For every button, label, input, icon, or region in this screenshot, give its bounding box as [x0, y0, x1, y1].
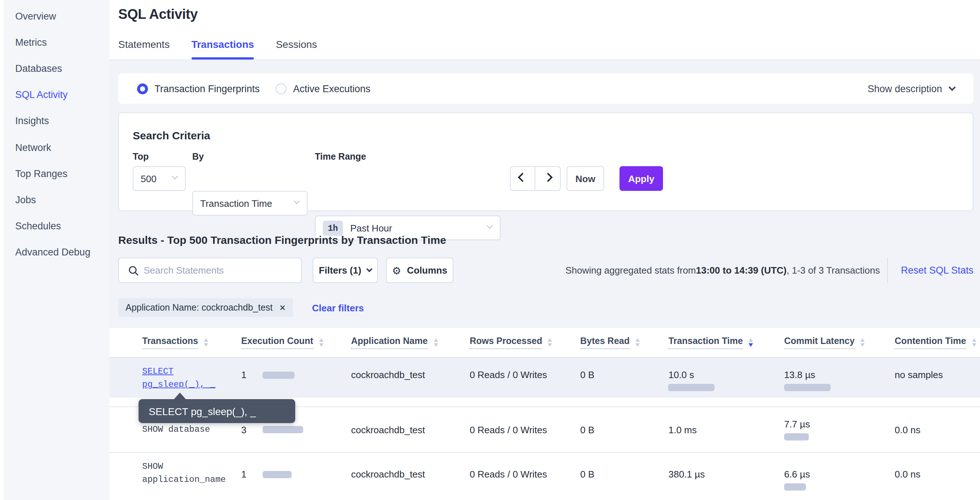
table-header-row: Transactions Execution Count Application…	[110, 328, 980, 358]
radio-label: Active Executions	[293, 83, 370, 94]
sidebar-item-network[interactable]: Network	[4, 134, 110, 160]
column-header-execution-count[interactable]: Execution Count	[241, 328, 351, 357]
rows-processed-cell: 0 Reads / 0 Writes	[470, 424, 580, 435]
toolbar-divider	[887, 258, 888, 283]
sidebar-item-insights[interactable]: Insights	[4, 108, 110, 134]
transaction-fingerprint-link[interactable]: SELECT pg_sleep(_), _	[142, 358, 241, 398]
apply-button[interactable]: Apply	[619, 166, 663, 191]
page-title: SQL Activity	[118, 6, 980, 22]
close-icon[interactable]: ✕	[279, 303, 286, 312]
column-header-transaction-time[interactable]: Transaction Time	[668, 328, 784, 357]
contention-time-cell: 0.0 ns	[895, 453, 980, 500]
time-range-next-button[interactable]	[535, 167, 560, 190]
rows-processed-cell: 0 Reads / 0 Writes	[470, 453, 580, 500]
sidebar-item-jobs[interactable]: Jobs	[4, 187, 110, 213]
filters-button[interactable]: Filters (1)	[313, 258, 378, 283]
transaction-fingerprint[interactable]: SHOW application_name	[142, 453, 241, 500]
commit-latency-bar	[784, 384, 830, 391]
filter-chip-label: Application Name: cockroachdb_test	[126, 303, 273, 313]
commit-latency-cell: 7.7 µs	[784, 419, 895, 441]
column-label: Execution Count	[241, 336, 313, 349]
column-header-bytes-read[interactable]: Bytes Read	[580, 328, 668, 357]
column-label: Bytes Read	[580, 336, 630, 349]
execution-count-bar	[262, 471, 292, 478]
reset-sql-stats-link[interactable]: Reset SQL Stats	[901, 258, 974, 283]
column-header-rows-processed[interactable]: Rows Processed	[470, 328, 580, 357]
execution-count-cell: 1	[241, 358, 351, 398]
sort-desc-icon	[749, 338, 753, 347]
column-header-commit-latency[interactable]: Commit Latency	[784, 328, 895, 357]
top-select[interactable]: 500	[133, 166, 186, 191]
gear-icon: ⚙	[392, 264, 401, 276]
bytes-read-cell: 0 B	[580, 358, 668, 398]
execution-count-bar	[262, 371, 294, 379]
transaction-time-bar	[668, 384, 715, 391]
execution-count-cell: 3	[241, 424, 351, 435]
time-range-prev-button[interactable]	[511, 167, 535, 190]
search-input[interactable]	[144, 259, 296, 282]
application-name-cell: cockroachdb_test	[351, 358, 470, 398]
sort-icon	[204, 338, 208, 347]
radio-label: Transaction Fingerprints	[154, 83, 260, 94]
page-header: SQL Activity Statements Transactions Ses…	[110, 0, 980, 60]
top-select-value: 500	[141, 173, 156, 184]
sidebar-item-metrics[interactable]: Metrics	[4, 29, 110, 55]
stats-suffix: , 1-3 of 3 Transactions	[787, 265, 880, 276]
tab-bar: Statements Transactions Sessions	[118, 38, 317, 59]
transaction-time-cell: 10.0 s	[668, 358, 784, 398]
execution-count-cell: 1	[241, 453, 351, 500]
search-icon	[128, 266, 138, 276]
stats-range: 13:00 to 14:39 (UTC)	[696, 265, 787, 276]
columns-button[interactable]: ⚙ Columns	[386, 258, 453, 283]
now-button[interactable]: Now	[566, 166, 604, 191]
column-header-contention-time[interactable]: Contention Time	[895, 328, 980, 357]
chevron-down-icon	[172, 173, 178, 180]
by-select[interactable]: Transaction Time	[192, 191, 307, 215]
table-row[interactable]: SHOW application_name 1 cockroachdb_test…	[110, 452, 980, 500]
sort-icon	[635, 338, 640, 347]
commit-latency-bar	[784, 483, 806, 490]
show-description-label: Show description	[867, 83, 942, 94]
app-viewport: Overview Metrics Databases SQL Activity …	[0, 0, 980, 500]
query-tooltip: SELECT pg_sleep(_), _	[138, 399, 295, 423]
filter-chip-row: Application Name: cockroachdb_test ✕ Cle…	[118, 298, 364, 317]
commit-latency-cell: 13.8 µs	[784, 358, 895, 398]
sidebar: Overview Metrics Databases SQL Activity …	[4, 0, 110, 500]
sidebar-item-top-ranges[interactable]: Top Ranges	[4, 160, 110, 186]
by-label: By	[192, 152, 204, 162]
radio-active-executions[interactable]: Active Executions	[276, 83, 370, 94]
transaction-time-cell: 1.0 ms	[668, 424, 784, 435]
results-toolbar: Filters (1) ⚙ Columns Showing aggregated…	[118, 258, 974, 283]
column-label: Transaction Time	[668, 336, 743, 349]
search-box	[118, 258, 302, 283]
top-label: Top	[133, 152, 149, 162]
tab-transactions[interactable]: Transactions	[191, 38, 254, 59]
search-criteria-card: Search Criteria Top By Time Range 500 Tr…	[118, 113, 974, 211]
view-toggle-bar: Transaction Fingerprints Active Executio…	[118, 73, 974, 104]
sidebar-item-databases[interactable]: Databases	[4, 56, 110, 82]
application-name-cell: cockroachdb_test	[351, 453, 470, 500]
column-label: Contention Time	[895, 336, 966, 349]
transaction-fingerprint[interactable]: SHOW database	[142, 423, 241, 436]
execution-count-bar	[262, 426, 303, 433]
tab-sessions[interactable]: Sessions	[276, 38, 317, 59]
table-row[interactable]: SELECT pg_sleep(_), _ 1 cockroachdb_test…	[110, 358, 980, 398]
sidebar-item-sql-activity[interactable]: SQL Activity	[4, 82, 110, 108]
tab-statements[interactable]: Statements	[118, 38, 170, 59]
by-select-value: Transaction Time	[200, 198, 272, 209]
search-criteria-heading: Search Criteria	[133, 129, 210, 142]
sidebar-item-overview[interactable]: Overview	[4, 3, 110, 29]
show-description-toggle[interactable]: Show description	[867, 83, 974, 94]
column-header-application-name[interactable]: Application Name	[351, 328, 470, 357]
chevron-down-icon	[486, 223, 493, 229]
chevron-down-icon	[366, 266, 372, 273]
filter-chip: Application Name: cockroachdb_test ✕	[118, 298, 293, 317]
sort-icon	[433, 338, 438, 347]
sidebar-item-advanced-debug[interactable]: Advanced Debug	[4, 239, 110, 265]
radio-transaction-fingerprints[interactable]: Transaction Fingerprints	[137, 83, 260, 94]
time-range-value: Past Hour	[350, 223, 393, 233]
clear-filters-link[interactable]: Clear filters	[312, 302, 364, 313]
sidebar-item-schedules[interactable]: Schedules	[4, 213, 110, 239]
column-header-transactions[interactable]: Transactions	[142, 328, 241, 357]
time-range-label: Time Range	[315, 152, 366, 162]
